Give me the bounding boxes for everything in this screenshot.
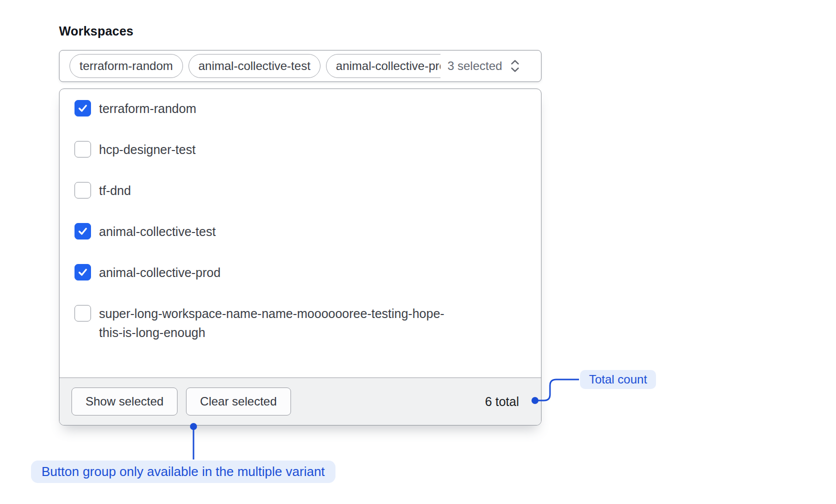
option-label: hcp-designer-test xyxy=(99,140,196,159)
options-list: terraform-random hcp-designer-test tf-dn… xyxy=(60,89,541,378)
field-label: Workspaces xyxy=(59,24,134,38)
annotation-button-group: Button group only available in the multi… xyxy=(31,460,336,483)
option-label: terraform-random xyxy=(99,99,196,118)
option-row[interactable]: super-long-workspace-name-name-moooooore… xyxy=(74,304,526,342)
option-row[interactable]: hcp-designer-test xyxy=(74,140,526,159)
check-icon xyxy=(77,226,88,237)
show-selected-button[interactable]: Show selected xyxy=(72,388,178,416)
option-label: animal-collective-test xyxy=(99,222,216,241)
multiselect-trigger[interactable]: terraform-random animal-collective-test … xyxy=(59,50,542,82)
selected-pills: terraform-random animal-collective-test … xyxy=(70,54,440,78)
check-icon xyxy=(77,102,88,114)
workspaces-multiselect-demo: Workspaces terraform-random animal-colle… xyxy=(0,0,836,504)
pill-terraform-random[interactable]: terraform-random xyxy=(70,54,183,78)
option-row[interactable]: animal-collective-prod xyxy=(74,263,526,282)
listbox-footer: Show selected Clear selected 6 total xyxy=(60,378,541,425)
listbox-panel: terraform-random hcp-designer-test tf-dn… xyxy=(59,88,542,426)
selected-count-text: 3 selected xyxy=(448,59,502,73)
option-label: animal-collective-prod xyxy=(99,263,220,282)
checkbox-checked[interactable] xyxy=(74,100,91,116)
option-row[interactable]: animal-collective-test xyxy=(74,222,526,241)
clear-selected-button[interactable]: Clear selected xyxy=(186,388,290,416)
option-row[interactable]: tf-dnd xyxy=(74,181,526,200)
chevron-up-down-icon[interactable] xyxy=(508,58,522,74)
check-icon xyxy=(77,266,88,278)
pill-animal-collective-test[interactable]: animal-collective-test xyxy=(188,54,320,78)
checkbox-unchecked[interactable] xyxy=(74,141,91,158)
checkbox-unchecked[interactable] xyxy=(74,305,91,322)
option-label: tf-dnd xyxy=(99,181,131,200)
total-count-text: 6 total xyxy=(485,394,529,409)
checkbox-unchecked[interactable] xyxy=(74,182,91,198)
button-group-connector xyxy=(190,423,197,460)
pill-animal-collective-prod[interactable]: animal-collective-prod xyxy=(326,54,440,78)
option-label: super-long-workspace-name-name-moooooore… xyxy=(99,304,464,342)
annotation-total-count: Total count xyxy=(580,370,656,389)
option-row[interactable]: terraform-random xyxy=(74,99,526,118)
checkbox-checked[interactable] xyxy=(74,264,91,280)
checkbox-checked[interactable] xyxy=(74,223,91,240)
